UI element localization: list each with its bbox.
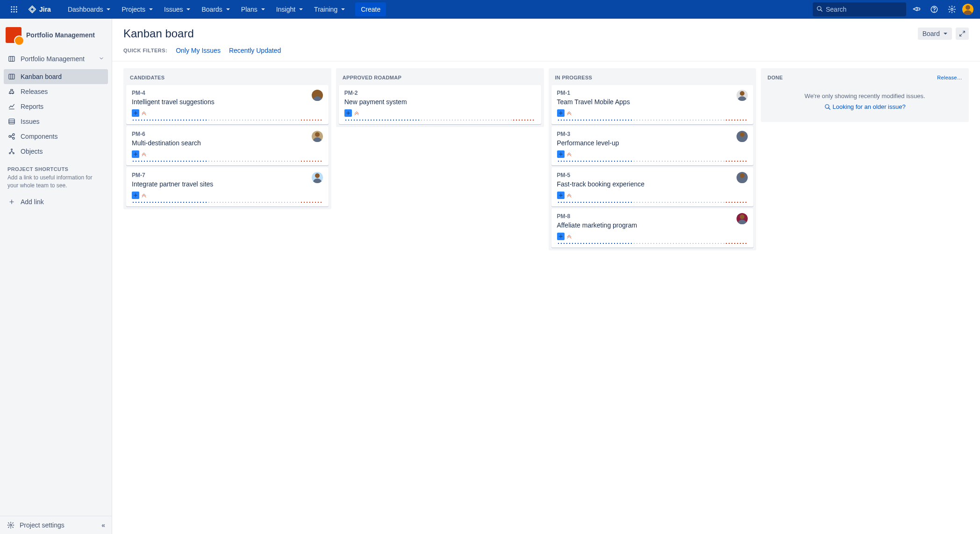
svg-point-42 (560, 154, 561, 155)
feedback-icon[interactable] (909, 2, 924, 17)
column-title: APPROVED ROADMAP (343, 75, 401, 80)
progress-dots (557, 160, 748, 163)
svg-rect-17 (9, 74, 14, 79)
svg-point-44 (560, 236, 561, 237)
priority-icon (566, 234, 572, 239)
gear-icon (7, 521, 15, 529)
nav-item-training[interactable]: Training (309, 2, 350, 17)
svg-line-27 (11, 135, 13, 136)
svg-point-25 (13, 134, 14, 135)
nav-item-insight[interactable]: Insight (272, 2, 308, 17)
global-search[interactable] (813, 2, 906, 16)
sidebar-item-components[interactable]: Components (4, 129, 108, 144)
svg-point-39 (135, 195, 136, 196)
assignee-avatar (737, 213, 748, 224)
issue-key: PM-8 (557, 213, 737, 220)
create-button[interactable]: Create (355, 2, 386, 16)
nav-item-issues[interactable]: Issues (159, 2, 195, 17)
assignee-avatar (312, 172, 323, 183)
collapse-sidebar-icon[interactable]: « (101, 521, 105, 529)
svg-point-5 (16, 9, 17, 10)
sidebar-item-kanban-board[interactable]: Kanban board (4, 69, 108, 84)
sidebar-item-label: Kanban board (21, 73, 62, 80)
project-dropdown[interactable]: Portfolio Management (4, 51, 108, 66)
quick-filter-only-my-issues[interactable]: Only My Issues (176, 47, 221, 54)
issue-card[interactable]: PM-6Multi-destination search (126, 126, 329, 165)
issue-summary: Team Travel Mobile Apps (557, 98, 737, 106)
assignee-avatar (737, 131, 748, 142)
svg-line-35 (963, 31, 965, 33)
nav-item-dashboards[interactable]: Dashboards (63, 2, 115, 17)
issue-card[interactable]: PM-2New payment system (339, 85, 541, 124)
search-input[interactable] (826, 6, 908, 13)
issue-card[interactable]: PM-3Performance level-up (551, 126, 754, 165)
svg-point-34 (10, 524, 12, 526)
chevron-down-icon (99, 55, 104, 63)
primary-nav: DashboardsProjectsIssuesBoardsPlansInsig… (63, 2, 350, 17)
issue-summary: Integrate partner travel sites (132, 180, 312, 188)
app-switcher-icon[interactable] (7, 2, 21, 17)
assignee-avatar (312, 131, 323, 142)
board-content: Kanban board Board QUICK FILTERS: Only M… (112, 19, 980, 534)
shortcuts-heading: PROJECT SHORTCUTS (0, 159, 112, 174)
sidebar-item-reports[interactable]: Reports (4, 99, 108, 114)
progress-dots (344, 119, 536, 121)
svg-line-46 (828, 107, 830, 109)
board-switcher-button[interactable]: Board (918, 28, 952, 40)
kanban-board: CANDIDATESPM-4Intelligent travel suggest… (112, 62, 980, 534)
svg-point-4 (14, 9, 15, 10)
progress-dots (557, 119, 748, 121)
assignee-avatar (737, 172, 748, 183)
issue-type-icon (557, 233, 565, 240)
sidebar-item-objects[interactable]: Objects (4, 144, 108, 159)
nav-item-plans[interactable]: Plans (236, 2, 270, 17)
page-title: Kanban board (123, 27, 194, 40)
fullscreen-icon[interactable] (956, 28, 969, 40)
sidebar-item-releases[interactable]: Releases (4, 84, 108, 99)
issue-card[interactable]: PM-1Team Travel Mobile Apps (551, 85, 754, 124)
column-in-progress: IN PROGRESSPM-1Team Travel Mobile AppsPM… (549, 68, 757, 250)
add-link-button[interactable]: Add link (4, 194, 108, 209)
jira-logo[interactable]: Jira (24, 5, 55, 14)
issue-card[interactable]: PM-7Integrate partner travel sites (126, 167, 329, 206)
issue-card[interactable]: PM-5Fast-track booking experience (551, 167, 754, 206)
svg-line-28 (11, 136, 13, 138)
project-sidebar: Portfolio Management Portfolio Managemen… (0, 19, 112, 534)
issue-card[interactable]: PM-4Intelligent travel suggestions (126, 85, 329, 124)
board-icon (7, 55, 16, 63)
chart-icon (7, 102, 16, 111)
column-title: DONE (767, 75, 783, 80)
quick-filters-label: QUICK FILTERS: (123, 48, 167, 53)
older-issue-link[interactable]: Looking for an older issue? (824, 103, 906, 110)
issue-card[interactable]: PM-8Affeliate marketing program (551, 208, 754, 248)
project-dropdown-label: Portfolio Management (21, 55, 85, 63)
svg-point-0 (11, 6, 12, 7)
project-header[interactable]: Portfolio Management (0, 27, 112, 51)
component-icon (7, 132, 16, 141)
sidebar-item-label: Components (21, 133, 57, 140)
column-title: CANDIDATES (130, 75, 165, 80)
quick-filter-recently-updated[interactable]: Recently Updated (229, 47, 281, 54)
svg-point-38 (135, 154, 136, 155)
svg-point-43 (560, 195, 561, 196)
list-icon (7, 117, 16, 126)
help-icon[interactable] (927, 2, 942, 17)
sidebar-item-issues[interactable]: Issues (4, 114, 108, 129)
gear-icon[interactable] (944, 2, 959, 17)
board-icon (7, 72, 16, 81)
progress-dots (557, 242, 748, 245)
nav-item-boards[interactable]: Boards (197, 2, 234, 17)
svg-line-36 (960, 34, 962, 36)
user-avatar[interactable] (962, 4, 973, 15)
svg-point-6 (11, 11, 12, 13)
priority-icon (566, 192, 572, 198)
release-link[interactable]: Release… (937, 75, 962, 80)
nav-item-projects[interactable]: Projects (117, 2, 157, 17)
empty-state-text: We're only showing recently modified iss… (771, 93, 959, 100)
issue-summary: Intelligent travel suggestions (132, 98, 312, 106)
project-settings-link[interactable]: Project settings « (0, 516, 112, 534)
progress-dots (132, 201, 323, 204)
sidebar-item-label: Releases (21, 88, 48, 95)
quick-filters: QUICK FILTERS: Only My IssuesRecently Up… (112, 43, 980, 61)
issue-type-icon (344, 109, 352, 117)
